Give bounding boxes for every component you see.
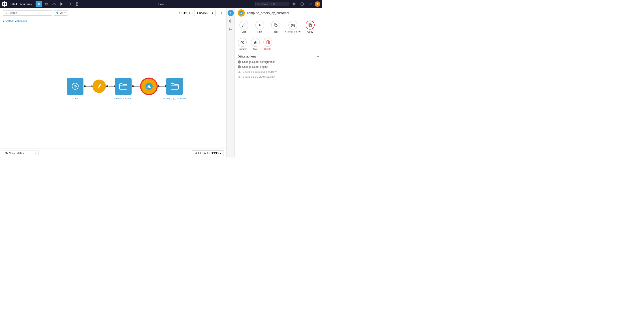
unwatch-icon-circle — [238, 38, 247, 47]
view-chevron-icon: ▾ — [35, 152, 36, 155]
run-icon — [258, 23, 262, 27]
nav-notebook-icon[interactable] — [74, 1, 80, 8]
search-box[interactable] — [3, 10, 52, 16]
flow-canvas: orders — [0, 24, 226, 148]
filter-chevron-icon: ▾ — [64, 12, 66, 14]
orders-by-customer-label: orders_by_customer — [163, 97, 186, 100]
search-dss-placeholder: Search DSS... — [261, 3, 277, 5]
app-logo[interactable] — [2, 1, 7, 7]
nav-analytics-icon[interactable] — [307, 1, 314, 8]
svg-marker-3 — [60, 2, 63, 6]
dataset-chevron-icon: ▾ — [212, 12, 213, 14]
run-icon-circle — [255, 20, 264, 30]
change-spark-engine-label: Change Spark engine — [242, 65, 268, 68]
change-spark-config-label: Change Spark configuration — [242, 60, 276, 64]
flow-actions-button[interactable]: FLOW ACTIONS ▾ — [192, 150, 224, 156]
bottom-bar: View : default ▾ FLOW ACTIONS ▾ — [0, 148, 226, 158]
info-icon-spark-engine: i — [238, 65, 241, 68]
nav-lab-icon[interactable] — [43, 1, 50, 8]
view-select[interactable]: View : default ▾ — [3, 150, 38, 156]
orders-label: orders — [72, 97, 78, 100]
delete-button[interactable]: Delete — [263, 38, 272, 50]
toolbar: All ▾ + RECIPE ▾ + DATASET ▾ — [0, 8, 226, 18]
svg-line-18 — [6, 13, 7, 14]
run-button[interactable]: Run — [254, 20, 266, 33]
nav-more-icon[interactable]: ··· — [81, 1, 88, 8]
user-avatar[interactable]: A — [315, 1, 320, 7]
orders-prepared-icon — [119, 83, 128, 90]
right-panel: compute_orders_by_customer Edit — [235, 8, 322, 158]
unwatch-button[interactable]: Unwatch — [238, 38, 247, 50]
nav-help-icon[interactable]: ? — [299, 1, 306, 8]
right-panel-title: compute_orders_by_customer — [247, 11, 289, 15]
panel-expand-icon[interactable] — [220, 12, 223, 14]
node-compute-recipe[interactable] — [140, 78, 157, 95]
tag-icon-circle — [271, 20, 280, 30]
node-orders[interactable] — [67, 78, 84, 95]
search-dss-box[interactable]: Search DSS... — [255, 2, 289, 6]
svg-rect-12 — [294, 3, 295, 4]
add-dataset-button[interactable]: + DATASET ▾ — [194, 10, 216, 16]
right-panel-header: compute_orders_by_customer — [235, 8, 322, 18]
node-orders-by-customer[interactable] — [166, 78, 183, 95]
change-engine-icon-circle — [288, 20, 298, 30]
breadcrumb: 2 recipes 3 datasets — [0, 18, 226, 24]
change-spark-config-item[interactable]: i Change Spark configuration — [238, 60, 319, 64]
flow-label: Flow — [158, 2, 164, 6]
secondary-actions: Unwatch Star — [235, 36, 322, 52]
arrow-icon-pipeline: ▶▶ — [238, 71, 241, 73]
app-name: Dataiku Academy — [10, 2, 32, 6]
connector-4 — [157, 86, 166, 87]
svg-line-28 — [195, 153, 196, 154]
side-nav-chat-icon[interactable] — [228, 26, 234, 32]
collapse-icon[interactable] — [317, 56, 319, 58]
svg-point-17 — [5, 12, 6, 13]
star-button[interactable]: Star — [251, 38, 260, 50]
nav-run-icon[interactable] — [58, 1, 65, 8]
gear-icon — [291, 23, 295, 27]
tag-button[interactable]: Tag — [270, 20, 282, 33]
filter-icon — [56, 12, 59, 14]
change-engine-button[interactable]: Change engine — [285, 20, 300, 33]
change-sql-pipeline-item[interactable]: ▶▶ Change SQL pipelineability — [238, 75, 319, 78]
node-orders-prepared[interactable] — [115, 78, 132, 95]
nav-code-icon[interactable]: </> — [51, 1, 58, 8]
star-icon — [253, 40, 257, 44]
svg-rect-13 — [293, 4, 294, 5]
top-nav: Dataiku Academy </> ··· Flow Search DSS.… — [0, 0, 322, 8]
svg-marker-38 — [259, 24, 261, 26]
other-actions-header: Other actions — [238, 55, 319, 58]
side-nav-info-icon[interactable] — [228, 18, 234, 24]
filter-dropdown[interactable]: All ▾ — [54, 10, 68, 16]
nav-flow-icon[interactable] — [36, 1, 42, 8]
recipe-badge-icon — [239, 11, 243, 15]
change-spark-engine-item[interactable]: i Change Spark engine — [238, 65, 319, 68]
svg-rect-4 — [68, 3, 71, 5]
other-actions-title: Other actions — [238, 55, 256, 58]
unwatch-label: Unwatch — [238, 48, 247, 50]
svg-point-27 — [6, 153, 7, 154]
orders-prepared-label: orders_prepared — [114, 97, 132, 100]
node-prepare-recipe[interactable] — [92, 80, 106, 93]
copy-button[interactable]: Copy — [304, 20, 316, 33]
svg-rect-14 — [294, 4, 295, 5]
nav-right-icons: ? A — [291, 1, 320, 8]
datasets-link[interactable]: datasets — [17, 19, 27, 22]
svg-rect-41 — [310, 24, 312, 26]
change-spark-pipeline-item[interactable]: ▶▶ Change Spark pipelineability — [238, 70, 319, 74]
side-nav-add-icon[interactable] — [228, 10, 234, 16]
change-sql-pipeline-label: Change SQL pipelineability — [242, 75, 275, 78]
nav-jobs-icon[interactable] — [66, 1, 73, 8]
edit-button[interactable]: Edit — [238, 20, 250, 33]
prepare-icon — [96, 83, 102, 90]
recipes-link[interactable]: recipes — [5, 19, 14, 22]
search-input[interactable] — [8, 12, 50, 14]
delete-label: Delete — [264, 48, 272, 50]
primary-actions: Edit Run Tag — [235, 18, 322, 36]
add-recipe-button[interactable]: + RECIPE ▾ — [173, 10, 192, 16]
recipe-chevron-icon: ▾ — [189, 12, 190, 14]
other-actions-section: Other actions i Change Spark configurati… — [235, 52, 322, 81]
svg-point-39 — [274, 24, 275, 25]
eye-icon — [5, 152, 8, 155]
nav-grid-icon[interactable] — [291, 1, 298, 8]
